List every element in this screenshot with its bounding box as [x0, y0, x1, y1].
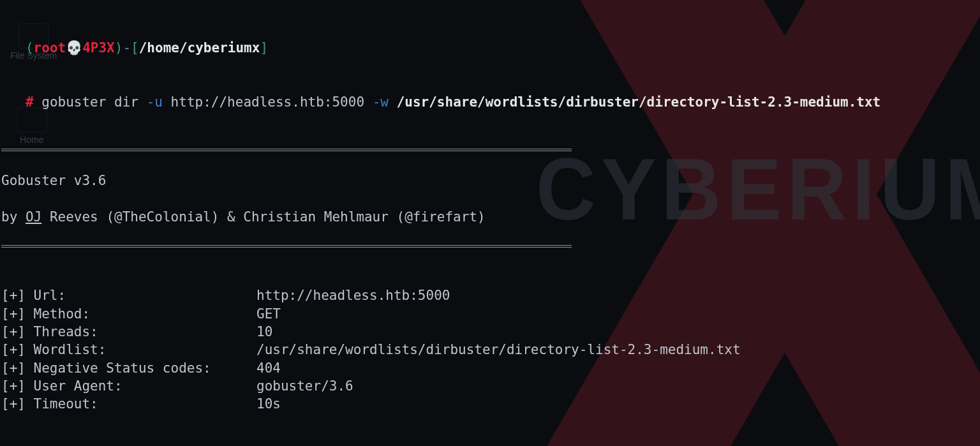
cmd-program: gobuster [41, 94, 106, 110]
prompt-open-paren: ( [26, 40, 34, 56]
banner-oj: OJ [26, 209, 41, 225]
command-line: # gobuster dir -u http://headless.htb:50… [1, 93, 979, 111]
divider [1, 149, 572, 151]
option-key: [+] Url: [1, 286, 256, 304]
option-row: [+] Method:GET [1, 305, 979, 323]
option-value: 404 [256, 359, 979, 377]
banner-line1: Gobuster v3.6 [1, 172, 979, 190]
cmd-flag-u: -u [147, 94, 163, 110]
option-key: [+] Negative Status codes: [1, 359, 256, 377]
option-value: http://headless.htb:5000 [256, 286, 979, 304]
prompt-close-br: ] [260, 40, 268, 56]
option-row: [+] Url:http://headless.htb:5000 [1, 286, 979, 304]
option-key: [+] User Agent: [1, 377, 256, 395]
option-row: [+] Wordlist:/usr/share/wordlists/dirbus… [1, 341, 979, 359]
option-row: [+] User Agent:gobuster/3.6 [1, 377, 979, 395]
prompt-host: 4P3X [82, 40, 115, 56]
option-key: [+] Wordlist: [1, 341, 256, 359]
prompt-close-paren: ) [115, 40, 123, 56]
divider [1, 245, 572, 248]
option-row: [+] Negative Status codes:404 [1, 359, 979, 377]
option-row: [+] Timeout:10s [1, 395, 979, 413]
option-key: [+] Timeout: [1, 395, 256, 413]
prompt-cwd: /home/cyberiumx [139, 40, 260, 56]
option-value: 10 [256, 323, 979, 341]
banner-line2: by OJ Reeves (@TheColonial) & Christian … [1, 208, 979, 226]
cmd-url: http://headless.htb:5000 [171, 94, 364, 110]
terminal-content[interactable]: (root💀4P3X)-[/home/cyberiumx] # gobuster… [0, 0, 980, 446]
options-block: [+] Url:http://headless.htb:5000[+] Meth… [1, 286, 979, 413]
cmd-flag-w: -w [373, 94, 389, 110]
option-key: [+] Threads: [1, 323, 256, 341]
prompt-symbol: # [26, 94, 34, 110]
prompt-open-br: [ [131, 40, 139, 56]
prompt-user: root [34, 40, 66, 56]
option-value: /usr/share/wordlists/dirbuster/directory… [256, 341, 979, 359]
banner-by: by [1, 209, 26, 225]
banner-rest: Reeves (@TheColonial) & Christian Mehlma… [41, 209, 485, 225]
option-row: [+] Threads:10 [1, 323, 979, 341]
option-value: GET [256, 305, 979, 323]
prompt-line: (root💀4P3X)-[/home/cyberiumx] [1, 39, 979, 57]
option-key: [+] Method: [1, 305, 256, 323]
skull-icon: 💀 [66, 40, 82, 56]
prompt-dash: - [122, 40, 131, 56]
cmd-wordlist: /usr/share/wordlists/dirbuster/directory… [397, 94, 881, 110]
cmd-subcmd: dir [114, 94, 138, 110]
option-value: 10s [256, 395, 979, 413]
option-value: gobuster/3.6 [256, 377, 979, 395]
